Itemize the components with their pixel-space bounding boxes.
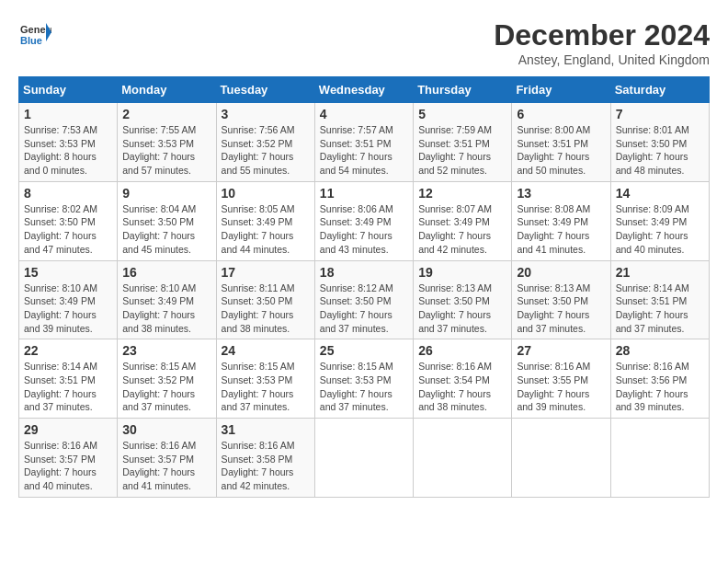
day-info: Sunrise: 8:12 AMSunset: 3:50 PMDaylight:…	[320, 282, 408, 336]
calendar-cell: 13 Sunrise: 8:08 AMSunset: 3:49 PMDaylig…	[512, 181, 610, 260]
day-number: 5	[418, 107, 506, 121]
day-info: Sunrise: 8:14 AMSunset: 3:51 PMDaylight:…	[616, 282, 704, 336]
day-number: 7	[616, 107, 704, 121]
day-number: 12	[418, 186, 506, 201]
day-info: Sunrise: 8:16 AMSunset: 3:55 PMDaylight:…	[517, 360, 605, 414]
day-number: 29	[24, 422, 112, 437]
weekday-header-tuesday: Tuesday	[216, 77, 314, 103]
day-info: Sunrise: 7:57 AMSunset: 3:51 PMDaylight:…	[320, 123, 408, 178]
day-info: Sunrise: 7:59 AMSunset: 3:51 PMDaylight:…	[418, 123, 506, 178]
day-number: 25	[320, 343, 408, 358]
day-number: 15	[24, 265, 112, 280]
day-info: Sunrise: 8:02 AMSunset: 3:50 PMDaylight:…	[24, 202, 112, 257]
weekday-header-friday: Friday	[512, 77, 610, 103]
day-info: Sunrise: 8:15 AMSunset: 3:53 PMDaylight:…	[222, 360, 310, 414]
calendar-cell: 26 Sunrise: 8:16 AMSunset: 3:54 PMDaylig…	[414, 339, 512, 419]
day-info: Sunrise: 8:10 AMSunset: 3:49 PMDaylight:…	[24, 282, 112, 336]
location: Anstey, England, United Kingdom	[494, 52, 710, 67]
calendar-cell: 14 Sunrise: 8:09 AMSunset: 3:49 PMDaylig…	[610, 181, 709, 260]
weekday-header-thursday: Thursday	[414, 77, 512, 103]
calendar-cell: 29 Sunrise: 8:16 AMSunset: 3:57 PMDaylig…	[19, 419, 118, 498]
day-number: 31	[222, 422, 310, 437]
day-number: 23	[122, 343, 210, 358]
calendar-cell: 1 Sunrise: 7:53 AMSunset: 3:53 PMDayligh…	[19, 103, 118, 182]
day-number: 14	[616, 186, 704, 201]
day-number: 19	[418, 265, 506, 280]
calendar-table: SundayMondayTuesdayWednesdayThursdayFrid…	[18, 76, 710, 498]
day-number: 10	[222, 186, 310, 201]
calendar-cell	[512, 419, 610, 498]
calendar-cell: 24 Sunrise: 8:15 AMSunset: 3:53 PMDaylig…	[216, 339, 314, 419]
calendar-week-3: 15 Sunrise: 8:10 AMSunset: 3:49 PMDaylig…	[19, 260, 710, 339]
day-info: Sunrise: 8:06 AMSunset: 3:49 PMDaylight:…	[320, 202, 408, 257]
day-info: Sunrise: 8:16 AMSunset: 3:57 PMDaylight:…	[24, 439, 112, 493]
calendar-cell: 11 Sunrise: 8:06 AMSunset: 3:49 PMDaylig…	[314, 181, 413, 260]
day-info: Sunrise: 8:05 AMSunset: 3:49 PMDaylight:…	[222, 202, 310, 257]
day-info: Sunrise: 8:00 AMSunset: 3:51 PMDaylight:…	[517, 123, 605, 178]
calendar-week-4: 22 Sunrise: 8:14 AMSunset: 3:51 PMDaylig…	[19, 339, 710, 419]
day-info: Sunrise: 8:10 AMSunset: 3:49 PMDaylight:…	[122, 282, 210, 336]
day-number: 9	[122, 186, 210, 201]
day-info: Sunrise: 7:53 AMSunset: 3:53 PMDaylight:…	[24, 123, 112, 178]
calendar-cell: 17 Sunrise: 8:11 AMSunset: 3:50 PMDaylig…	[216, 260, 314, 339]
day-number: 21	[616, 265, 704, 280]
calendar-cell: 5 Sunrise: 7:59 AMSunset: 3:51 PMDayligh…	[414, 103, 512, 182]
day-info: Sunrise: 8:16 AMSunset: 3:58 PMDaylight:…	[222, 439, 310, 493]
calendar-cell: 23 Sunrise: 8:15 AMSunset: 3:52 PMDaylig…	[118, 339, 216, 419]
calendar-cell	[610, 419, 709, 498]
calendar-cell: 19 Sunrise: 8:13 AMSunset: 3:50 PMDaylig…	[414, 260, 512, 339]
day-number: 4	[320, 107, 408, 121]
calendar-cell: 25 Sunrise: 8:15 AMSunset: 3:53 PMDaylig…	[314, 339, 413, 419]
day-info: Sunrise: 8:15 AMSunset: 3:52 PMDaylight:…	[122, 360, 210, 414]
day-number: 22	[24, 343, 112, 358]
day-number: 8	[24, 186, 112, 201]
month-title: December 2024	[494, 18, 710, 52]
title-block: December 2024 Anstey, England, United Ki…	[494, 18, 710, 67]
day-info: Sunrise: 8:01 AMSunset: 3:50 PMDaylight:…	[616, 123, 704, 178]
calendar-body: 1 Sunrise: 7:53 AMSunset: 3:53 PMDayligh…	[19, 103, 710, 498]
day-info: Sunrise: 7:55 AMSunset: 3:53 PMDaylight:…	[122, 123, 210, 178]
day-number: 1	[24, 107, 112, 121]
calendar-cell: 12 Sunrise: 8:07 AMSunset: 3:49 PMDaylig…	[414, 181, 512, 260]
day-number: 18	[320, 265, 408, 280]
calendar-cell: 3 Sunrise: 7:56 AMSunset: 3:52 PMDayligh…	[216, 103, 314, 182]
day-number: 26	[418, 343, 506, 358]
day-number: 6	[517, 107, 605, 121]
calendar-cell: 18 Sunrise: 8:12 AMSunset: 3:50 PMDaylig…	[314, 260, 413, 339]
logo-icon: General Blue	[18, 18, 51, 52]
calendar-cell: 15 Sunrise: 8:10 AMSunset: 3:49 PMDaylig…	[19, 260, 118, 339]
day-info: Sunrise: 8:09 AMSunset: 3:49 PMDaylight:…	[616, 202, 704, 257]
calendar-cell: 30 Sunrise: 8:16 AMSunset: 3:57 PMDaylig…	[118, 419, 216, 498]
calendar-cell: 16 Sunrise: 8:10 AMSunset: 3:49 PMDaylig…	[118, 260, 216, 339]
calendar-cell: 28 Sunrise: 8:16 AMSunset: 3:56 PMDaylig…	[610, 339, 709, 419]
calendar-cell: 21 Sunrise: 8:14 AMSunset: 3:51 PMDaylig…	[610, 260, 709, 339]
day-number: 17	[222, 265, 310, 280]
calendar-cell	[414, 419, 512, 498]
calendar-week-5: 29 Sunrise: 8:16 AMSunset: 3:57 PMDaylig…	[19, 419, 710, 498]
day-info: Sunrise: 8:16 AMSunset: 3:54 PMDaylight:…	[418, 360, 506, 414]
calendar-cell: 20 Sunrise: 8:13 AMSunset: 3:50 PMDaylig…	[512, 260, 610, 339]
day-number: 13	[517, 186, 605, 201]
weekday-header-monday: Monday	[118, 77, 216, 103]
calendar-cell	[314, 419, 413, 498]
day-number: 27	[517, 343, 605, 358]
calendar-cell: 31 Sunrise: 8:16 AMSunset: 3:58 PMDaylig…	[216, 419, 314, 498]
day-number: 30	[122, 422, 210, 437]
day-info: Sunrise: 8:14 AMSunset: 3:51 PMDaylight:…	[24, 360, 112, 414]
day-number: 20	[517, 265, 605, 280]
day-info: Sunrise: 8:15 AMSunset: 3:53 PMDaylight:…	[320, 360, 408, 414]
calendar-cell: 27 Sunrise: 8:16 AMSunset: 3:55 PMDaylig…	[512, 339, 610, 419]
weekday-header-wednesday: Wednesday	[314, 77, 413, 103]
weekday-header-saturday: Saturday	[610, 77, 709, 103]
day-info: Sunrise: 8:07 AMSunset: 3:49 PMDaylight:…	[418, 202, 506, 257]
calendar-cell: 4 Sunrise: 7:57 AMSunset: 3:51 PMDayligh…	[314, 103, 413, 182]
day-number: 24	[222, 343, 310, 358]
day-info: Sunrise: 8:08 AMSunset: 3:49 PMDaylight:…	[517, 202, 605, 257]
calendar-cell: 2 Sunrise: 7:55 AMSunset: 3:53 PMDayligh…	[118, 103, 216, 182]
day-info: Sunrise: 8:16 AMSunset: 3:56 PMDaylight:…	[616, 360, 704, 414]
day-info: Sunrise: 8:16 AMSunset: 3:57 PMDaylight:…	[122, 439, 210, 493]
calendar-cell: 6 Sunrise: 8:00 AMSunset: 3:51 PMDayligh…	[512, 103, 610, 182]
day-info: Sunrise: 8:13 AMSunset: 3:50 PMDaylight:…	[418, 282, 506, 336]
page-header: General Blue December 2024 Anstey, Engla…	[18, 18, 710, 67]
day-number: 2	[122, 107, 210, 121]
